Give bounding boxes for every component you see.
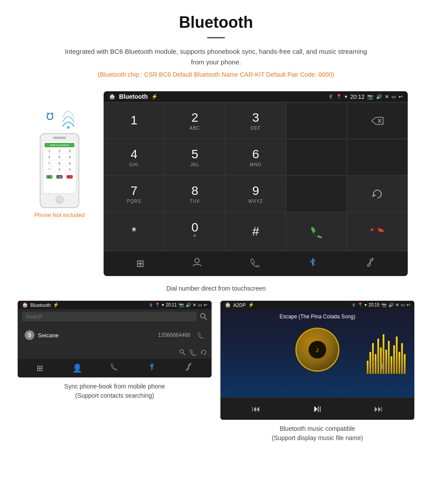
dial-section: ℧ Add to Contacts 1 2 3 4 5 6 7: [0, 82, 432, 280]
eq-bar: [388, 341, 390, 374]
pb-side-icons: [18, 347, 212, 358]
key-backspace[interactable]: [347, 102, 408, 139]
pb-nav-phone[interactable]: [111, 363, 119, 373]
pb-nav-grid[interactable]: ⊞: [37, 363, 43, 373]
key-3[interactable]: 3DEF: [225, 102, 286, 139]
key-call-red[interactable]: [347, 212, 408, 251]
nav-bluetooth-icon[interactable]: [308, 258, 317, 270]
phone-hangup-btn: 📞: [67, 175, 73, 179]
music-status-left: 🏠 A2DP ⚡: [225, 302, 254, 308]
pb-contact-item[interactable]: S Seicane 13566664466: [21, 328, 208, 343]
camera-icon[interactable]: 📷: [367, 94, 373, 100]
pb-phone2-icon[interactable]: [190, 349, 197, 356]
pb-search2-icon[interactable]: [179, 349, 186, 356]
pb-contact-number: 13566664466: [158, 332, 190, 338]
dial-screen: 🏠 Bluetooth ⚡ 📍 ▾ 20:12 📷 🔊 ✕ ▭ ↩ 1 2ABC…: [104, 91, 408, 276]
dial-nav-bar: ⊞: [104, 251, 408, 276]
eq-bar: [383, 334, 384, 374]
music-time: 20:15: [369, 302, 380, 307]
key-reload[interactable]: [347, 175, 408, 212]
music-status-bar: 🏠 A2DP ⚡ 📍 ▾ 20:15 📷 🔊 ✕ ▭ ↩: [220, 301, 414, 309]
signal-waves: ℧: [44, 105, 75, 131]
pb-search-input[interactable]: [22, 312, 197, 321]
pb-usb-icon: ⚡: [53, 302, 59, 308]
dial-caption: Dial number direct from touchscreen: [0, 285, 432, 292]
nav-grid-icon[interactable]: ⊞: [136, 258, 144, 269]
nav-contacts-icon[interactable]: [192, 258, 202, 270]
music-cam-icon: 📷: [381, 302, 387, 307]
music-play-btn[interactable]: ⏯: [313, 403, 322, 414]
phone-home-button: [56, 196, 63, 204]
pb-back-icon: ↩: [204, 302, 207, 307]
bluetooth-status-icon: [328, 94, 333, 99]
svg-line-7: [205, 317, 207, 320]
eq-bar: [396, 336, 398, 374]
music-vol-icon: 🔊: [388, 302, 394, 307]
music-caption: Bluetooth music compatible(Support displ…: [272, 424, 363, 443]
pb-home-icon[interactable]: 🏠: [22, 302, 28, 308]
pb-vol-icon: 🔊: [186, 302, 191, 307]
phone-key: 1: [45, 149, 54, 154]
nav-phone-icon[interactable]: [250, 258, 260, 270]
key-9[interactable]: 9WXYZ: [225, 175, 286, 212]
music-item: 🏠 A2DP ⚡ 📍 ▾ 20:15 📷 🔊 ✕ ▭ ↩: [220, 301, 414, 443]
eq-bar: [391, 356, 392, 374]
key-1[interactable]: 1: [104, 102, 164, 139]
page-description: Integrated with BC6 Bluetooth module, su…: [62, 46, 370, 67]
music-bt-icon: [351, 303, 356, 307]
back-icon[interactable]: ↩: [398, 94, 402, 100]
phone-key: 4: [45, 155, 54, 160]
key-7[interactable]: 7PQRS: [104, 175, 164, 212]
key-4[interactable]: 4GHI: [104, 139, 164, 175]
music-next-btn[interactable]: ⏭: [374, 404, 383, 414]
eq-bar: [380, 347, 382, 374]
key-hash[interactable]: #: [225, 212, 286, 251]
music-prev-btn[interactable]: ⏮: [252, 404, 261, 414]
dial-keypad: 1 2ABC 3DEF 4GHI 5JKL 6MNO 7PQRS 8TUV 9W…: [104, 102, 408, 251]
phone-key: 9: [65, 161, 74, 166]
close-icon[interactable]: ✕: [385, 94, 389, 100]
usb-icon: ⚡: [151, 93, 158, 100]
key-5[interactable]: 5JKL: [164, 139, 225, 175]
pb-nav-bt[interactable]: [148, 363, 156, 373]
pb-contact-name: Seicane: [38, 332, 155, 339]
phone-end-btn: ⌫: [56, 175, 63, 179]
key-0[interactable]: 0+: [164, 212, 225, 251]
music-status-right: 📍 ▾ 20:15 📷 🔊 ✕ ▭ ↩: [351, 302, 410, 307]
pb-x-icon: ✕: [193, 302, 196, 307]
key-call-green[interactable]: [286, 212, 347, 251]
phone-key: 2: [55, 149, 64, 154]
pb-bt-icon: [149, 303, 153, 307]
bottom-row: 🏠 Bluetooth ⚡ 📍 ▾ 20:11 📷 🔊 ✕ ▭ ↩: [0, 301, 432, 443]
music-home-icon[interactable]: 🏠: [225, 302, 231, 308]
key-star[interactable]: *: [104, 212, 164, 251]
key-empty-1: [286, 102, 347, 139]
status-time: 20:12: [350, 93, 365, 100]
nav-link-icon[interactable]: [365, 258, 375, 270]
key-empty-2: [286, 139, 347, 175]
pb-search-bar: [18, 309, 212, 324]
pb-reload-icon[interactable]: [200, 349, 207, 356]
eq-bar: [404, 354, 406, 374]
pb-status-right: 📍 ▾ 20:11 📷 🔊 ✕ ▭ ↩: [149, 302, 207, 307]
music-artwork: ♪: [225, 323, 410, 376]
music-signal-icon: ▾: [365, 302, 367, 307]
music-usb-icon: ⚡: [248, 302, 254, 308]
svg-point-4: [195, 258, 199, 263]
pb-call-icon[interactable]: [197, 332, 205, 339]
key-8[interactable]: 8TUV: [164, 175, 225, 212]
phone-call-btn: 📞: [46, 175, 52, 179]
pb-search-icon[interactable]: [200, 313, 207, 320]
volume-icon[interactable]: 🔊: [376, 94, 382, 100]
phone-device: Add to Contacts 1 2 3 4 5 6 7 8 9 * 0 # …: [40, 133, 79, 208]
window-icon[interactable]: ▭: [391, 94, 396, 100]
key-6[interactable]: 6MNO: [225, 139, 286, 175]
key-2[interactable]: 2ABC: [164, 102, 225, 139]
pb-nav-user[interactable]: 👤: [72, 363, 82, 373]
music-eq-bars: [367, 325, 406, 374]
pb-nav-link[interactable]: [185, 363, 193, 373]
phone-not-included-label: Phone Not Included: [34, 212, 85, 218]
home-icon[interactable]: 🏠: [109, 93, 115, 100]
header-divider: [207, 37, 225, 38]
pb-win-icon: ▭: [198, 302, 202, 307]
